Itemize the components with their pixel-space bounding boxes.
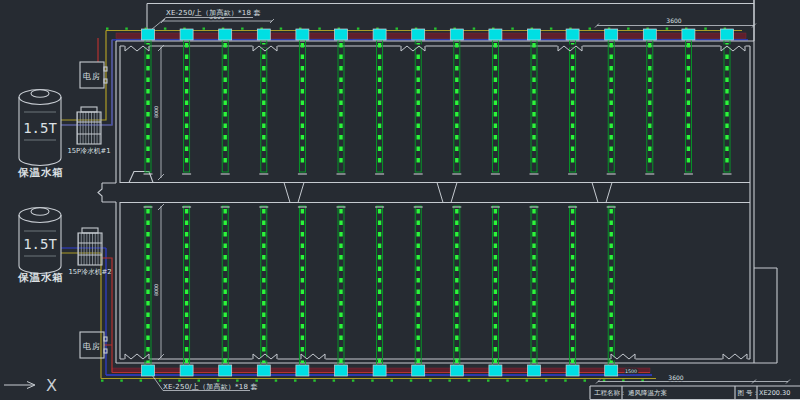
- duct-connector-unit: [682, 29, 695, 40]
- duct-connector-unit: [605, 29, 618, 40]
- tank1-caption: 保温水箱: [17, 166, 64, 178]
- title-block-value-project: 通风降温方案: [628, 389, 668, 397]
- title-block-field-number: 图 号 :: [738, 389, 757, 397]
- duct-connector-unit: [528, 365, 541, 376]
- duct-connector-unit: [566, 365, 579, 376]
- duct-connector-unit: [412, 29, 425, 40]
- tank2-caption: 保温水箱: [17, 271, 64, 283]
- annotation-bottom: XE-250/上（加高款）*18 套: [163, 383, 258, 391]
- duct-connector-unit: [257, 29, 270, 40]
- duct-connector-unit: [643, 29, 656, 40]
- wall-door-gap: [125, 45, 150, 48]
- dim-label-top-right: 3600: [666, 17, 681, 24]
- duct-connector-unit: [142, 365, 155, 376]
- duct-connector-unit: [373, 29, 386, 40]
- wall-door-gap: [723, 358, 748, 361]
- dim-label-bottom-right: 3600: [668, 374, 683, 381]
- duct-connector-unit: [566, 29, 579, 40]
- duct-connector-unit: [335, 365, 348, 376]
- title-block-value-number: XE200.30: [759, 389, 790, 397]
- duct-connector-unit: [180, 29, 193, 40]
- duct-connector-unit: [489, 365, 502, 376]
- duct-connector-unit: [180, 365, 193, 376]
- chiller1-label: 15P冷水机#1: [67, 147, 110, 155]
- wall-door-gap: [558, 45, 583, 48]
- duct-connector-unit: [219, 365, 232, 376]
- tank1-capacity: 1.5T: [23, 120, 57, 136]
- title-block-field-project: 工程名称 :: [594, 389, 624, 397]
- duct-connector-unit: [296, 29, 309, 40]
- wall-door-gap: [125, 358, 150, 361]
- dim-label-vertical-top: 8000: [154, 106, 159, 118]
- annotation-top: XE-250/上（加高款）*18 套: [166, 9, 261, 17]
- dim-label-vertical-bottom: 8000: [154, 284, 159, 296]
- duct-connector-unit: [257, 365, 270, 376]
- cad-drawing: 1.5T 保温水箱 1.5T 保温水箱 15P冷水机#1 15P冷水机#2 电房…: [0, 0, 800, 400]
- duct-connector-unit: [450, 365, 463, 376]
- power-room-bottom-label: 电房: [83, 342, 101, 351]
- duct-connector-unit: [142, 29, 155, 40]
- duct-connector-unit: [335, 29, 348, 40]
- duct-connector-unit: [450, 29, 463, 40]
- duct-connector-unit: [219, 29, 232, 40]
- wall-door-gap: [253, 358, 278, 361]
- chiller2-label: 15P冷水机#2: [68, 268, 111, 276]
- duct-connector-unit: [721, 29, 734, 40]
- duct-connector-unit: [605, 365, 618, 376]
- wall-door-gap: [301, 358, 326, 361]
- axis-x-label: X: [46, 376, 57, 395]
- wall-door-gap: [401, 45, 426, 48]
- cad-viewport: 1.5T 保温水箱 1.5T 保温水箱 15P冷水机#1 15P冷水机#2 电房…: [0, 0, 800, 400]
- dim-label-door: 1500: [625, 369, 637, 374]
- wall-door-gap: [253, 45, 278, 48]
- wall-door-gap: [721, 45, 746, 48]
- wall-door-gap: [611, 358, 636, 361]
- duct-connector-unit: [528, 29, 541, 40]
- duct-connector-unit: [489, 29, 502, 40]
- duct-connector-unit: [296, 365, 309, 376]
- tank2-capacity: 1.5T: [23, 236, 57, 252]
- duct-connector-unit: [412, 365, 425, 376]
- power-room-top-label: 电房: [83, 72, 101, 81]
- duct-connector-unit: [373, 365, 386, 376]
